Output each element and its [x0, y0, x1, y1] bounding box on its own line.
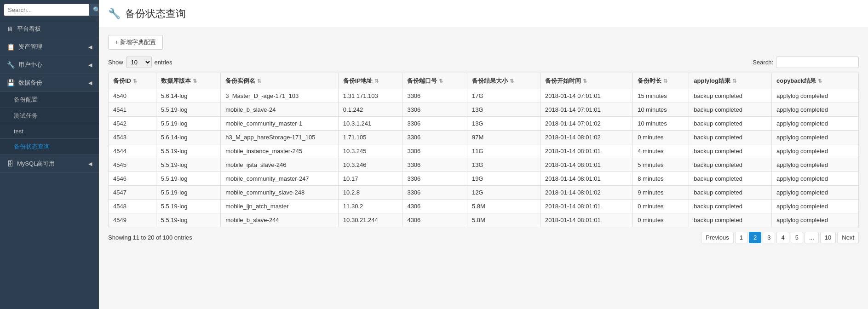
table-header-row: 备份ID⇅ 数据库版本⇅ 备份实例名⇅ 备份IP地址⇅ 备份端口号⇅ 备份结果大…: [109, 73, 859, 89]
page-4-button[interactable]: 4: [776, 232, 789, 243]
col-backup-ip[interactable]: 备份IP地址⇅: [338, 73, 402, 89]
sidebar-search-input[interactable]: [4, 4, 89, 16]
entries-select[interactable]: 10 25 50 100: [126, 57, 152, 68]
cell-duration: 4 minutes: [633, 144, 689, 158]
page-10-button[interactable]: 10: [820, 232, 836, 243]
sidebar-sub-label: 测试任务: [14, 112, 38, 120]
cell-instance_name: mobile_ijn_atch_master: [221, 200, 339, 213]
sidebar-item-label: 资产管理: [18, 43, 42, 51]
table-row: 45495.5.19-logmobile_b_slave-24410.30.21…: [109, 213, 859, 227]
cell-start_time: 2018-01-14 08:01:01: [540, 144, 633, 158]
cell-applylog: backup completed: [689, 89, 772, 103]
sidebar-item-backup[interactable]: 💾 数据备份 ◀: [0, 74, 99, 92]
cell-applylog: backup completed: [689, 186, 772, 200]
cell-db_version: 5.5.19-log: [156, 117, 221, 131]
table-row: 45465.5.19-logmobile_community_master-24…: [109, 172, 859, 186]
col-applylog[interactable]: applylog结果⇅: [689, 73, 772, 89]
col-backup-port[interactable]: 备份端口号⇅: [402, 73, 467, 89]
cell-backup_port: 4306: [402, 200, 467, 213]
sidebar-item-backup-test[interactable]: 测试任务: [0, 108, 99, 124]
chevron-right-icon: ◀: [88, 44, 92, 50]
cell-start_time: 2018-01-14 07:01:02: [540, 117, 633, 131]
cell-instance_name: mobile_community_slave-248: [221, 186, 339, 200]
sidebar-item-users[interactable]: 🔧 用户中心 ◀: [0, 56, 99, 74]
sidebar-sub-label: 备份状态查询: [14, 143, 50, 151]
showing-text: Showing 11 to 20 of 100 entries: [108, 234, 192, 241]
sidebar-item-mysql[interactable]: 🗄 MySQL高可用 ◀: [0, 155, 99, 173]
cell-backup_port: 4306: [402, 213, 467, 227]
page-2-button[interactable]: 2: [749, 232, 761, 243]
cell-duration: 8 minutes: [633, 172, 689, 186]
table-body: 45405.6.14-log3_Master_D_-age-171_1031.3…: [109, 89, 859, 227]
cell-backup_size: 13G: [467, 103, 540, 117]
next-button[interactable]: Next: [837, 232, 859, 243]
previous-button[interactable]: Previous: [701, 232, 734, 243]
table-search-input[interactable]: [776, 57, 859, 68]
cell-applylog: backup completed: [689, 117, 772, 131]
page-5-button[interactable]: 5: [791, 232, 803, 243]
cell-applylog: backup completed: [689, 172, 772, 186]
col-backup-size[interactable]: 备份结果大小⇅: [467, 73, 540, 89]
cell-duration: 0 minutes: [633, 213, 689, 227]
col-duration[interactable]: 备份时长⇅: [633, 73, 689, 89]
show-entries-control: Show 10 25 50 100 entries: [108, 57, 172, 68]
col-backup-id[interactable]: 备份ID⇅: [109, 73, 156, 89]
users-icon: 🔧: [7, 61, 15, 69]
cell-instance_name: mobile_b_slave-244: [221, 213, 339, 227]
cell-start_time: 2018-01-14 08:01:02: [540, 131, 633, 144]
col-db-version[interactable]: 数据库版本⇅: [156, 73, 221, 89]
cell-copyback: applylog completed: [772, 144, 859, 158]
content-area: + 新增字典配置 Show 10 25 50 100 entries Searc…: [99, 28, 868, 309]
cell-backup_size: 97M: [467, 131, 540, 144]
cell-duration: 15 minutes: [633, 89, 689, 103]
main-content: 🔧 备份状态查询 + 新增字典配置 Show 10 25 50 100 entr…: [99, 0, 868, 309]
cell-duration: 5 minutes: [633, 158, 689, 172]
cell-duration: 10 minutes: [633, 103, 689, 117]
page-1-button[interactable]: 1: [735, 232, 747, 243]
col-start-time[interactable]: 备份开始时间⇅: [540, 73, 633, 89]
sidebar-item-backup-config[interactable]: 备份配置: [0, 92, 99, 108]
cell-start_time: 2018-01-14 08:01:01: [540, 172, 633, 186]
cell-start_time: 2018-01-14 07:01:01: [540, 103, 633, 117]
sidebar-item-label: 平台看板: [17, 25, 41, 33]
cell-backup_size: 19G: [467, 172, 540, 186]
cell-db_version: 5.5.19-log: [156, 144, 221, 158]
sidebar-item-platform[interactable]: 🖥 平台看板: [0, 20, 99, 38]
sidebar-item-assets[interactable]: 📋 资产管理 ◀: [0, 38, 99, 56]
cell-backup_size: 17G: [467, 89, 540, 103]
cell-backup_ip: 10.3.245: [338, 144, 402, 158]
sidebar: 🔍 🖥 平台看板 📋 资产管理 ◀ 🔧 用户中心 ◀ 💾 数据备份 ◀ 备份配置…: [0, 0, 99, 309]
table-controls: Show 10 25 50 100 entries Search:: [108, 57, 859, 68]
cell-copyback: applylog completed: [772, 186, 859, 200]
cell-backup_port: 3306: [402, 131, 467, 144]
table-row: 45435.6.14-logh3_M_app_hareStorage-171_1…: [109, 131, 859, 144]
table-row: 45445.5.19-logmobile_instance_master-245…: [109, 144, 859, 158]
sidebar-sub-label: 备份配置: [14, 96, 38, 104]
page-ellipsis: ...: [805, 232, 819, 243]
cell-applylog: backup completed: [689, 158, 772, 172]
cell-applylog: backup completed: [689, 131, 772, 144]
chevron-down-icon: ◀: [88, 80, 92, 86]
sidebar-sub-label: test: [14, 128, 23, 135]
sidebar-search-button[interactable]: 🔍: [89, 4, 99, 16]
table-row: 45475.5.19-logmobile_community_slave-248…: [109, 186, 859, 200]
cell-duration: 9 minutes: [633, 186, 689, 200]
col-copyback[interactable]: copyback结果⇅: [772, 73, 859, 89]
add-config-button[interactable]: + 新增字典配置: [108, 35, 163, 50]
page-3-button[interactable]: 3: [763, 232, 775, 243]
cell-backup_ip: 0.1.242: [338, 103, 402, 117]
cell-backup_ip: 10.17: [338, 172, 402, 186]
cell-instance_name: mobile_community_master-1: [221, 117, 339, 131]
sidebar-item-backup-status[interactable]: 备份状态查询: [0, 139, 99, 155]
cell-start_time: 2018-01-14 08:01:01: [540, 200, 633, 213]
cell-db_version: 5.5.19-log: [156, 200, 221, 213]
page-header: 🔧 备份状态查询: [99, 0, 868, 28]
cell-backup_ip: 10.2.8: [338, 186, 402, 200]
cell-backup_port: 3306: [402, 103, 467, 117]
search-label: Search:: [753, 59, 773, 66]
col-instance-name[interactable]: 备份实例名⇅: [221, 73, 339, 89]
sidebar-item-test[interactable]: test: [0, 124, 99, 139]
cell-instance_name: mobile_ijsta_slave-246: [221, 158, 339, 172]
cell-backup_port: 3306: [402, 89, 467, 103]
cell-backup_port: 3306: [402, 117, 467, 131]
